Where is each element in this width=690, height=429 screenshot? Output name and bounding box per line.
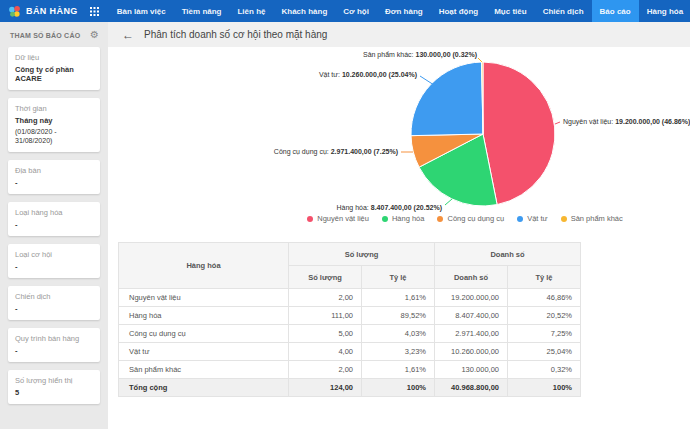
param-value: - [15,178,93,187]
legend-dot [307,216,313,222]
param-label: Quy trình bán hàng [15,334,93,343]
legend-item-vat-tu[interactable]: Vật tư [517,214,547,223]
param-label: Số lượng hiển thị [15,376,93,385]
param-value: - [15,346,93,355]
param-value: 5 [15,388,93,397]
nav-item-bao-cao[interactable]: Báo cáo [592,0,639,22]
nav-item-don-hang[interactable]: Đơn hàng [377,0,431,22]
callout-hang-hoa: Hàng hóa: 8.407.400,00 (20.52%) [337,203,442,212]
callout-nguyen-vat-lieu: Nguyên vật liệu: 19.200.000,00 (46.86%) [563,117,690,126]
nav-item-muc-tieu[interactable]: Mục tiêu [486,0,534,22]
legend-item-nguyen-vat-lieu[interactable]: Nguyên vật liệu [307,214,369,223]
nav-item-hoat-dong[interactable]: Hoạt động [431,0,487,22]
summary-table: Hàng hóa Số lượng Doanh số Số lượng Tỷ l… [118,242,581,397]
param-value: - [15,220,93,229]
legend-item-cong-cu-dung-cu[interactable]: Công cụ dụng cụ [437,214,504,223]
back-arrow-icon[interactable]: ← [122,29,134,41]
legend-label: Nguyên vật liệu [317,214,369,223]
callout-vat-tu: Vật tư: 10.260.000,00 (25.04%) [319,70,417,79]
pie-slice-1[interactable] [483,62,555,205]
table-row: Nguyên vật liệu 2,00 1,61% 19.200.000,00… [119,289,581,307]
callout-line-san-pham-khac [478,58,482,62]
table-row: Vật tư 4,00 3,23% 10.260.000,00 25,04% [119,343,581,361]
legend-label: Hàng hóa [392,214,425,223]
table-row: Công cụ dụng cụ 5,00 4,03% 2.971.400,00 … [119,325,581,343]
param-label: Dữ liệu [15,53,93,62]
param-value: - [15,262,93,271]
report-params-sidebar: THAM SỐ BÁO CÁO ⚙ Dữ liệu Công ty cổ phầ… [0,22,108,429]
table-row: Hàng hóa 111,00 89,52% 8.407.400,00 20,5… [119,307,581,325]
param-label: Thời gian [15,104,93,113]
param-value: - [15,304,93,313]
legend-label: Sản phẩm khác [571,214,623,223]
table-row: Sản phẩm khác 2,00 1,61% 130.000,00 0,32… [119,361,581,379]
param-value: Công ty cổ phần ACARE [15,65,93,83]
param-label: Địa bàn [15,166,93,175]
legend-dot [382,216,388,222]
col-header-product: Hàng hóa [119,243,289,289]
main-nav: Bàn làm việc Tiềm năng Liên hệ Khách hàn… [109,0,690,22]
nav-item-tiem-nang[interactable]: Tiềm năng [174,0,230,22]
sidebar-header: THAM SỐ BÁO CÁO ⚙ [0,22,108,47]
callout-san-pham-khac: Sản phẩm khác: 130.000,00 (0.32%) [363,50,477,59]
param-card-chien-dich[interactable]: Chiến dịch - [8,286,100,320]
table-header-group-row: Hàng hóa Số lượng Doanh số [119,243,581,266]
gear-icon[interactable]: ⚙ [90,30,99,40]
legend-dot [437,216,443,222]
page-header: ← Phân tích doanh số cơ hội theo mặt hàn… [108,22,690,47]
param-card-loai-co-hoi[interactable]: Loại cơ hội - [8,244,100,278]
col-header-quantity-ratio: Tỷ lệ [362,266,435,289]
pie-chart: Sản phẩm khác: 130.000,00 (0.32%) Vật tư… [108,47,690,237]
param-value: Tháng này [15,116,93,125]
col-group-quantity: Số lượng [289,243,435,266]
app-brand[interactable]: BÁN HÀNG [0,0,84,22]
param-label: Chiến dịch [15,292,93,301]
param-card-loai-hang-hoa[interactable]: Loại hàng hóa - [8,202,100,236]
main-content: Sản phẩm khác: 130.000,00 (0.32%) Vật tư… [108,47,690,429]
legend-label: Công cụ dụng cụ [447,214,504,223]
app-logo [8,5,21,18]
param-date-range: (01/08/2020 - 31/08/2020) [15,127,93,145]
param-label: Loại hàng hóa [15,208,93,217]
page-title: Phân tích doanh số cơ hội theo mặt hàng [144,29,327,40]
param-card-dia-ban[interactable]: Địa bàn - [8,160,100,194]
sidebar-title: THAM SỐ BÁO CÁO [10,32,80,39]
col-header-quantity: Số lượng [289,266,362,289]
callout-line-vat-tu [420,76,434,85]
nav-item-co-hoi[interactable]: Cơ hội [335,0,377,22]
table-total-row: Tổng cộng 124,00 100% 40.968.800,00 100% [119,379,581,397]
legend-dot [561,216,567,222]
param-label: Loại cơ hội [15,250,93,259]
nav-item-chien-dich[interactable]: Chiến dịch [535,0,592,22]
legend-label: Vật tư [527,214,547,223]
nav-item-ban-lam-viec[interactable]: Bàn làm việc [109,0,174,22]
pie-slice-4[interactable] [411,62,483,136]
nav-item-lien-he[interactable]: Liên hệ [229,0,273,22]
legend-item-san-pham-khac[interactable]: Sản phẩm khác [561,214,623,223]
param-card-so-luong-hien-thi[interactable]: Số lượng hiển thị 5 [8,370,100,404]
app-launcher-icon[interactable] [84,0,109,22]
callout-line-hang-hoa [445,199,452,205]
col-header-revenue: Doanh số [435,266,508,289]
top-navigation-bar: BÁN HÀNG Bàn làm việc Tiềm năng Liên hệ … [0,0,690,22]
param-card-thoi-gian[interactable]: Thời gian Tháng này (01/08/2020 - 31/08/… [8,98,100,152]
nav-item-khach-hang[interactable]: Khách hàng [274,0,336,22]
col-group-revenue: Doanh số [435,243,581,266]
nav-item-hang-hoa[interactable]: Hàng hóa [639,0,690,22]
param-card-du-lieu[interactable]: Dữ liệu Công ty cổ phần ACARE [8,47,100,90]
col-header-revenue-ratio: Tỷ lệ [508,266,581,289]
chart-legend: Nguyên vật liệu Hàng hóa Công cụ dụng cụ… [174,214,690,223]
callout-line-nguyen-vat-lieu [555,122,560,124]
param-card-quy-trinh[interactable]: Quy trình bán hàng - [8,328,100,362]
app-title: BÁN HÀNG [26,6,78,16]
legend-dot [517,216,523,222]
legend-item-hang-hoa[interactable]: Hàng hóa [382,214,425,223]
callout-cong-cu-dung-cu: Công cụ dụng cụ: 2.971.400,00 (7.25%) [274,147,398,156]
